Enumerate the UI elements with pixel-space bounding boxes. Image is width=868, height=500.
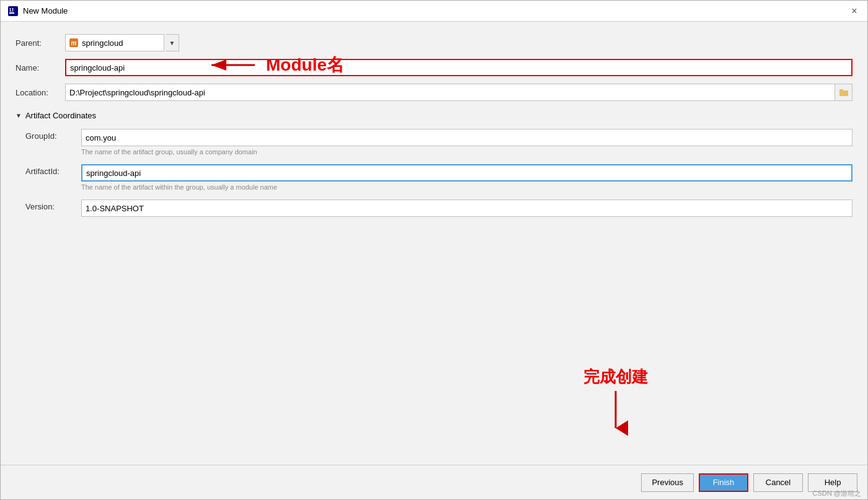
module-name-annotation: Module名 — [205, 53, 344, 77]
version-row: Version: — [25, 200, 852, 217]
maven-icon: m — [69, 38, 78, 47]
title-bar: IJ New Module × — [1, 1, 867, 22]
artifactid-label: ArtifactId: — [25, 164, 81, 176]
artifactid-row: ArtifactId: The name of the artifact wit… — [25, 164, 852, 197]
version-label: Version: — [25, 200, 81, 211]
dialog-footer: Previous Finish Cancel Help — [1, 465, 867, 499]
intellij-icon: IJ — [8, 6, 18, 16]
groupid-input[interactable] — [81, 129, 852, 146]
dialog-content: Parent: m springcloud ▼ Name: — [1, 22, 867, 465]
new-module-dialog: IJ New Module × Parent: m springcloud ▼ … — [0, 0, 868, 500]
groupid-field-wrap: The name of the artifact group, usually … — [81, 129, 852, 162]
parent-select-container: m springcloud ▼ — [65, 34, 179, 51]
previous-button[interactable]: Previous — [641, 473, 694, 492]
version-field-wrap — [81, 200, 852, 217]
svg-text:IJ: IJ — [9, 7, 14, 13]
artifactid-hint: The name of the artifact within the grou… — [81, 183, 852, 191]
title-left: IJ New Module — [8, 6, 68, 16]
right-arrow-svg — [205, 56, 261, 74]
artifact-section: GroupId: The name of the artifact group,… — [25, 129, 852, 217]
close-button[interactable]: × — [849, 6, 860, 17]
artifactid-input[interactable] — [81, 164, 852, 182]
name-input[interactable] — [65, 59, 852, 76]
module-name-text: Module名 — [266, 53, 344, 77]
finish-button[interactable]: Finish — [699, 473, 748, 492]
browse-button[interactable] — [835, 84, 852, 101]
location-label: Location: — [16, 88, 65, 97]
name-row: Name: — [16, 59, 852, 76]
location-row: Location: — [16, 84, 852, 101]
svg-rect-6 — [839, 89, 843, 91]
parent-dropdown-arrow[interactable]: ▼ — [166, 34, 179, 51]
parent-row: Parent: m springcloud ▼ — [16, 34, 852, 51]
svg-rect-5 — [839, 90, 848, 96]
groupid-row: GroupId: The name of the artifact group,… — [25, 129, 852, 162]
artifact-section-title: Artifact Coordinates — [25, 111, 96, 120]
location-input[interactable] — [65, 84, 835, 101]
groupid-label: GroupId: — [25, 129, 81, 141]
dialog-title: New Module — [23, 6, 68, 15]
folder-icon — [839, 89, 848, 96]
parent-select-box[interactable]: m springcloud — [65, 34, 164, 51]
parent-value: springcloud — [82, 38, 123, 48]
groupid-hint: The name of the artifact group, usually … — [81, 148, 852, 156]
watermark: CSDN @游坦之 — [813, 489, 861, 498]
artifact-section-header: ▼ Artifact Coordinates — [16, 111, 852, 120]
name-label: Name: — [16, 63, 65, 72]
version-input[interactable] — [81, 200, 852, 217]
parent-label: Parent: — [16, 38, 65, 48]
cancel-button[interactable]: Cancel — [753, 473, 803, 492]
collapse-arrow[interactable]: ▼ — [16, 112, 22, 119]
artifactid-field-wrap: The name of the artifact within the grou… — [81, 164, 852, 197]
